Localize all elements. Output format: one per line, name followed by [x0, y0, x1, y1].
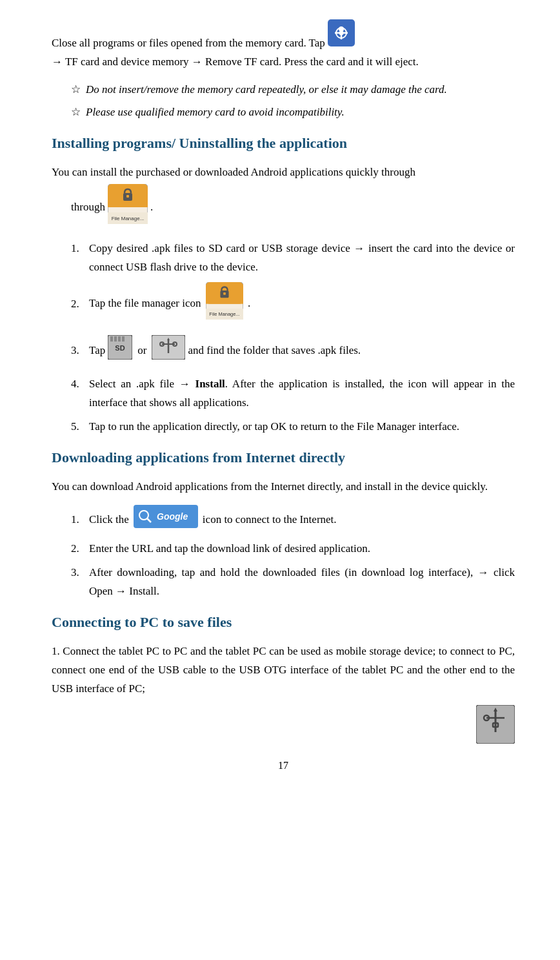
through-text: through	[71, 198, 105, 217]
section2-title: Downloading applications from Internet d…	[52, 449, 515, 466]
usb-bottom-right-container	[52, 705, 515, 747]
file-manager-icon-2: File Manage...	[206, 282, 243, 326]
install-content-1: Copy desired .apk files to SD card or US…	[89, 240, 515, 277]
download-content-3: After downloading, tap and hold the down…	[89, 564, 515, 601]
install-item-3: 3. Tap SD or	[71, 335, 515, 366]
sd-card-icon: SD	[108, 335, 132, 366]
star-item-2: ☆ Please use qualified memory card to av…	[71, 103, 515, 122]
download-item-2: 2. Enter the URL and tap the download li…	[71, 540, 515, 558]
download-num-2: 2.	[71, 540, 89, 558]
settings-icon	[328, 19, 355, 53]
install-num-4: 4.	[71, 375, 89, 394]
install-item-5: 5. Tap to run the application directly, …	[71, 418, 515, 436]
top-para-end: → TF card and device memory → Remove TF …	[52, 53, 419, 72]
download-content-1: Click the Google icon to connect to the …	[89, 505, 515, 535]
install-num-2: 2.	[71, 295, 89, 314]
install-item-4: 4. Select an .apk file → Install. After …	[71, 375, 515, 413]
svg-text:Google: Google	[157, 511, 188, 522]
install-num-3: 3.	[71, 342, 89, 360]
download-num-1: 1.	[71, 511, 89, 529]
download-intro: You can download Android applications fr…	[52, 478, 515, 496]
svg-rect-11	[108, 203, 148, 207]
usb-bottom-right-icon	[476, 705, 515, 747]
install-content-3: Tap SD or	[89, 335, 515, 366]
star-icon-1: ☆	[71, 81, 81, 99]
usb-icon	[152, 335, 185, 366]
section1-title: Installing programs/ Uninstalling the ap…	[52, 135, 515, 152]
download-numbered-list: 1. Click the Google icon to connect to t…	[71, 505, 515, 601]
star-text-1: Do not insert/remove the memory card rep…	[86, 81, 447, 99]
section3-title: Connecting to PC to save files	[52, 614, 515, 631]
svg-rect-26	[114, 336, 117, 342]
file-manager-icon-1: File Manage...	[108, 184, 148, 230]
star-item-1: ☆ Do not insert/remove the memory card r…	[71, 81, 515, 99]
svg-text:File Manage...: File Manage...	[209, 312, 239, 318]
svg-rect-25	[110, 336, 113, 342]
download-item-1: 1. Click the Google icon to connect to t…	[71, 505, 515, 535]
install-item-2: 2. Tap the file manager icon File Manage…	[71, 282, 515, 326]
install-num-5: 5.	[71, 418, 89, 436]
top-para-start: Close all programs or files opened from …	[52, 34, 325, 53]
star-text-2: Please use qualified memory card to avoi…	[86, 103, 345, 122]
install-numbered-list: 1. Copy desired .apk files to SD card or…	[71, 240, 515, 436]
install-intro: You can install the purchased or downloa…	[52, 163, 515, 231]
svg-text:SD: SD	[115, 344, 125, 352]
svg-point-4	[339, 31, 343, 36]
svg-rect-13	[126, 195, 129, 198]
page-number: 17	[52, 760, 515, 771]
download-content-2: Enter the URL and tap the download link …	[89, 540, 515, 558]
top-paragraph: Close all programs or files opened from …	[52, 19, 515, 72]
google-icon: Google	[134, 505, 198, 535]
svg-rect-28	[122, 336, 125, 342]
svg-rect-20	[223, 292, 226, 295]
install-content-2: Tap the file manager icon File Manage...…	[89, 282, 515, 326]
star-icon-2: ☆	[71, 103, 81, 122]
install-item-1: 1. Copy desired .apk files to SD card or…	[71, 240, 515, 277]
connect-pc-text: 1. Connect the tablet PC to PC and the t…	[52, 642, 515, 699]
svg-rect-18	[206, 300, 243, 304]
install-content-5: Tap to run the application directly, or …	[89, 418, 515, 436]
install-intro-text: You can install the purchased or downloa…	[52, 163, 415, 182]
install-num-1: 1.	[71, 240, 89, 258]
svg-rect-27	[118, 336, 121, 342]
download-item-3: 3. After downloading, tap and hold the d…	[71, 564, 515, 601]
svg-text:File Manage...: File Manage...	[112, 216, 145, 221]
download-num-3: 3.	[71, 564, 89, 582]
install-content-4: Select an .apk file → Install. After the…	[89, 375, 515, 413]
